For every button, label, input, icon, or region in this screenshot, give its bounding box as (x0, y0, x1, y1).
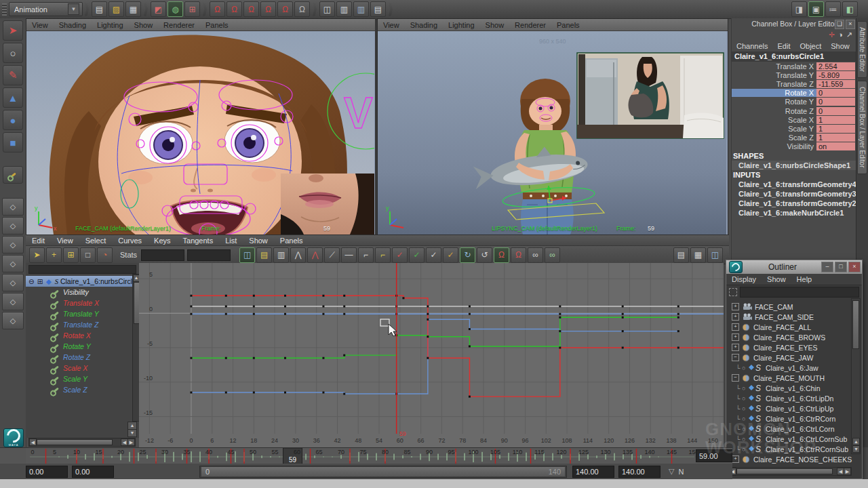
outliner-item[interactable]: └ ○SClaire_v1_6:CtrLCorn (726, 424, 862, 434)
channel-value-field[interactable]: 1 (816, 134, 855, 142)
maximize-icon[interactable]: □ (835, 262, 847, 272)
normalized-view-icon[interactable]: ▥ (273, 247, 289, 263)
rotate-tool[interactable]: ● (3, 110, 23, 130)
channel-value-field[interactable]: 0 (816, 98, 855, 106)
outliner-item[interactable]: +Claire_FACE_BROWS (726, 332, 862, 342)
input-node-item[interactable]: Claire_v1_6:transformGeometry2 (732, 199, 856, 208)
channel-value-field[interactable]: 1 (816, 116, 855, 124)
graph-channel-rotate-y[interactable]: Rotate Y (26, 341, 139, 352)
input-node-item[interactable]: Claire_v1_6:makeNurbCircle1 (732, 208, 856, 218)
graph-channel-scale-z[interactable]: Scale Z (26, 384, 139, 395)
tab-attribute-editor[interactable]: Attribute Editor (857, 21, 867, 78)
graph-channel-rotate-x[interactable]: Rotate X (26, 330, 139, 341)
retime-keys-icon[interactable]: ◔ (97, 247, 113, 263)
graph-editor-curve-area[interactable]: -12-606121824303642485460667278849096102… (139, 263, 724, 447)
outliner-item[interactable]: └ ○SClaire_v1_6:Chin (726, 383, 862, 393)
post-infinity-cycle-icon[interactable]: ∞ (545, 247, 560, 263)
channel-value-field[interactable]: 0 (816, 89, 855, 97)
flat-tangents-icon[interactable]: — (341, 247, 357, 263)
expand-icon[interactable]: + (732, 344, 739, 351)
expand-icon[interactable]: + (732, 323, 739, 331)
hyperbolic-slider-icon[interactable]: ↗ (846, 30, 852, 39)
four-pane-layout[interactable]: ◇ (2, 217, 24, 235)
channel-box-toggle-icon[interactable]: ◧ (842, 1, 858, 17)
vp-right-menu-panels[interactable]: Panels (551, 21, 585, 29)
plateau-tangents-icon[interactable]: ⌐ (375, 247, 391, 263)
modeling-toolkit-toggle-icon[interactable]: ◨ (791, 1, 807, 17)
tool-settings-toggle-icon[interactable]: ≔ (825, 1, 841, 17)
range-slider-track[interactable]: 0 140 (199, 466, 567, 478)
select-objects-icon[interactable]: ◍ (167, 1, 183, 17)
expand-icon[interactable]: + (732, 313, 739, 321)
graph-editor-root-item[interactable]: ⊖ ⊞ ◆ S Claire_v1_6:nurbsCircle1 (26, 276, 139, 287)
persp-graph-layout[interactable]: ◇ (2, 274, 24, 291)
lasso-select-tool[interactable]: ○ (3, 43, 23, 63)
channel-row[interactable]: Scale Y1 (732, 124, 856, 133)
outliner-menu-display[interactable]: Display (726, 275, 762, 283)
graph-editor-menu-view[interactable]: View (51, 237, 79, 245)
character-set-dropdown-icon[interactable]: ▽ (669, 467, 674, 476)
channel-box-menu-show[interactable]: Show (826, 42, 854, 50)
clamped-tangents-icon[interactable]: ⋀ (307, 247, 323, 263)
outliner-menu-show[interactable]: Show (762, 275, 791, 283)
channel-row[interactable]: Rotate Y0 (732, 98, 856, 106)
select-hierarchy-icon[interactable]: ◩ (151, 1, 166, 17)
outliner-item[interactable]: +FACE_CAM (726, 302, 862, 312)
channel-value-field[interactable]: 2.554 (816, 62, 855, 70)
graph-channel-rotate-z[interactable]: Rotate Z (26, 352, 139, 363)
vp-right-menu-show[interactable]: Show (480, 21, 510, 29)
channel-box-object-name[interactable]: Claire_v1_6:nurbsCircle1 (732, 52, 856, 62)
outliner-item[interactable]: └ ○SClaire_v1_6:CtrLipDn (726, 393, 862, 403)
render-current-frame-icon[interactable]: ▥ (336, 1, 352, 17)
graph-editor-menu-list[interactable]: List (219, 237, 243, 245)
range-slider-handle[interactable]: 0 140 (201, 467, 565, 476)
viewport-right-3d-view[interactable]: 960 x 540 (378, 31, 726, 235)
pane-stack-layout[interactable]: ◇ (2, 236, 24, 253)
graph-channel-scale-y[interactable]: Scale Y (26, 373, 139, 384)
stats-frame-field[interactable] (141, 249, 184, 261)
two-pane-layout-icon[interactable]: ◫ (707, 247, 723, 263)
channel-row[interactable]: Scale Z1 (732, 134, 856, 142)
save-scene-icon[interactable]: ▦ (125, 1, 141, 17)
swap-buffer-curve-icon[interactable]: Ω (511, 247, 526, 263)
new-scene-icon[interactable]: ▤ (92, 1, 107, 17)
open-scene-icon[interactable]: ▨ (108, 1, 124, 17)
stats-value-field[interactable] (187, 249, 231, 261)
insert-keys-icon[interactable]: + (46, 247, 62, 263)
graph-editor-filter-field[interactable] (28, 265, 136, 274)
outliner-item[interactable]: −Claire_FACE_JAW (726, 352, 862, 363)
vp-left-menu-view[interactable]: View (26, 21, 54, 29)
outliner-item[interactable]: └ ○SClaire_v1_6:Jaw (726, 363, 862, 373)
viewport-left-3d-view[interactable]: Vi y x (26, 31, 374, 235)
playback-start-field[interactable]: 0.00 (72, 466, 114, 478)
graph-editor-menu-tangents[interactable]: Tangents (177, 237, 220, 245)
set-key-tool[interactable] (3, 166, 23, 184)
expand-icon[interactable]: + (732, 333, 739, 341)
outliner-item[interactable]: └ ○SClaire_v1_6:CtrLCornSub (726, 434, 862, 444)
channel-row[interactable]: Rotate X0 (732, 89, 856, 98)
scale-tool[interactable]: ■ (3, 132, 23, 152)
snap-to-view-planes-icon[interactable]: Ω (277, 1, 293, 17)
menu-set-dropdown[interactable]: Animation ▼ (9, 2, 83, 16)
outliner-titlebar[interactable]: Outliner – □ × (726, 260, 862, 274)
graph-tree-scroll-down-icon[interactable]: ▼ (127, 429, 137, 437)
vp-left-menu-shading[interactable]: Shading (54, 21, 92, 29)
outliner-search-input[interactable] (740, 287, 859, 298)
collapse-icon[interactable]: − (732, 354, 739, 361)
region-select-keys-icon[interactable]: □ (80, 247, 96, 263)
snap-to-projected-center-icon[interactable]: Ω (260, 1, 276, 17)
expand-icon[interactable]: ⊞ (37, 277, 43, 285)
input-node-item[interactable]: Claire_v1_6:transformGeometry4 (732, 180, 856, 189)
close-icon[interactable]: × (848, 262, 861, 272)
outliner-item[interactable]: └ ○SClaire_v1_6:CtrRCornSub (726, 444, 862, 454)
outliner-menu-help[interactable]: Help (791, 275, 818, 283)
input-node-item[interactable]: Claire_v1_6:transformGeometry3 (732, 189, 856, 199)
linear-tangents-icon[interactable]: ⟋ (324, 247, 340, 263)
hypergraph-persp-layout[interactable]: ◇ (2, 293, 24, 310)
outliner-vscrollbar[interactable]: ▲ ▼ (851, 298, 861, 454)
minimize-icon[interactable]: – (821, 262, 833, 272)
channel-box-menu-channels[interactable]: Channels (732, 42, 772, 50)
viewport-lipsync-cam[interactable]: ViewShadingLightingShowRendererPanels 96… (377, 18, 728, 236)
vp-right-menu-shading[interactable]: Shading (405, 21, 443, 29)
graph-channel-translate-z[interactable]: Translate Z (26, 319, 139, 330)
